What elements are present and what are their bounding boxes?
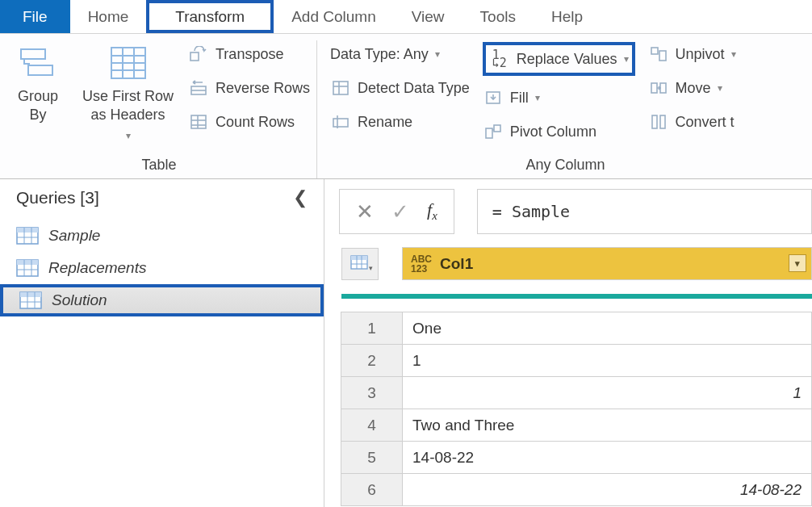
move-icon [648,78,669,98]
ribbon: Group By Use First Row as Headers Transp… [0,34,812,179]
table-row[interactable]: 4 Two and Three [341,409,812,442]
replace-values-icon: 1↳2 [489,49,510,69]
table-row[interactable]: 3 1 [341,377,812,409]
column-filter-icon[interactable]: ▾ [789,254,806,272]
table-row[interactable]: 6 14-08-22 [341,474,812,506]
unpivot-label: Unpivot [676,46,725,63]
table-row[interactable]: 2 1 [341,345,812,377]
table-corner-selector[interactable]: ▾ [341,248,379,280]
query-item-solution[interactable]: Solution [0,284,324,316]
svg-text:▾: ▾ [369,264,373,272]
formula-input[interactable]: = Sample [477,189,812,234]
tab-file[interactable]: File [0,0,70,33]
svg-rect-15 [333,82,348,94]
query-item-label: Replacements [48,259,146,277]
group-by-label: Group By [18,87,58,125]
tab-view[interactable]: View [394,0,463,33]
table-row[interactable]: 5 14-08-22 [341,442,812,474]
svg-rect-25 [651,83,657,93]
convert-icon [648,112,669,132]
rename-label: Rename [358,114,412,131]
move-label: Move [676,80,711,97]
unpivot-icon [648,44,669,64]
cancel-formula-icon[interactable]: ✕ [356,199,374,224]
cell[interactable]: Two and Three [403,409,812,442]
transpose-label: Transpose [216,46,283,63]
formula-bar: ✕ ✓ fx = Sample [339,189,812,234]
tab-add-column[interactable]: Add Column [274,0,394,33]
reverse-rows-icon [188,78,209,98]
abc123-icon: ABC123 [411,254,432,274]
rename-button[interactable]: Rename [330,110,470,134]
convert-button[interactable]: Convert t [648,110,736,134]
cell[interactable]: 14-08-22 [403,474,812,506]
cell[interactable]: 1 [403,345,812,377]
table-row[interactable]: 1 One [341,312,812,345]
queries-panel: Queries [3] ❮ Sample Replacements Soluti… [0,179,324,507]
svg-rect-0 [21,49,45,59]
svg-rect-27 [652,115,657,128]
replace-values-dropdown[interactable]: 1↳2 Replace Values [483,42,635,76]
tab-transform[interactable]: Transform [146,0,274,33]
ribbon-group-any-column: Data Type: Any Detect Data Type Rename [317,40,812,178]
svg-rect-21 [486,128,492,138]
ribbon-group-table-label: Table [8,153,310,178]
convert-label: Convert t [676,114,735,131]
cell[interactable]: 14-08-22 [403,442,812,474]
transpose-button[interactable]: Transpose [188,42,310,66]
tab-home[interactable]: Home [70,0,147,33]
svg-rect-11 [191,115,206,128]
svg-rect-40 [20,292,41,297]
svg-rect-28 [660,115,665,128]
tab-help[interactable]: Help [534,0,601,33]
svg-rect-8 [190,52,199,61]
ribbon-group-table: Group By Use First Row as Headers Transp… [0,40,317,178]
detect-data-type-button[interactable]: Detect Data Type [330,76,470,100]
tab-tools[interactable]: Tools [463,0,534,33]
table-icon [19,291,42,309]
row-number: 5 [341,442,403,474]
svg-rect-24 [659,51,666,61]
detect-data-type-label: Detect Data Type [358,80,470,97]
svg-rect-1 [28,65,52,75]
svg-rect-35 [17,260,38,265]
fill-label: Fill [510,90,529,107]
reverse-rows-label: Reverse Rows [216,80,310,97]
use-first-row-headers-button[interactable]: Use First Row as Headers [73,40,183,153]
row-number: 4 [341,409,403,442]
column-quality-bar [341,294,812,299]
svg-rect-45 [351,256,367,260]
count-rows-button[interactable]: Count Rows [188,110,310,134]
main: Queries [3] ❮ Sample Replacements Soluti… [0,179,812,507]
data-table: ▾ ABC123 Col1 ▾ 1 One 2 1 3 [341,247,812,506]
pivot-column-button[interactable]: Pivot Column [483,119,635,144]
table-headers-icon [109,44,148,82]
data-type-dropdown[interactable]: Data Type: Any [330,42,470,66]
row-number: 3 [341,377,403,409]
accept-formula-icon[interactable]: ✓ [391,199,409,224]
group-by-button[interactable]: Group By [8,40,68,153]
query-item-sample[interactable]: Sample [0,220,324,252]
content-area: ✕ ✓ fx = Sample ▾ ABC123 Col1 ▾ [324,179,812,507]
query-item-label: Solution [52,291,107,309]
query-item-replacements[interactable]: Replacements [0,252,324,284]
data-type-label: Data Type: Any [330,46,429,63]
detect-icon [330,78,351,98]
cell[interactable]: One [403,312,812,345]
fx-icon[interactable]: fx [427,199,437,223]
row-number: 1 [341,312,403,345]
table-icon [16,227,39,245]
svg-rect-18 [333,119,348,127]
fill-dropdown[interactable]: Fill [483,86,635,110]
cell[interactable]: 1 [403,377,812,409]
pivot-icon [483,122,504,141]
column-header-col1[interactable]: ABC123 Col1 ▾ [403,248,812,280]
reverse-rows-button[interactable]: Reverse Rows [188,76,310,100]
collapse-queries-icon[interactable]: ❮ [293,187,308,208]
move-dropdown[interactable]: Move [648,76,736,100]
queries-header: Queries [3] [16,188,99,207]
pivot-column-label: Pivot Column [510,124,596,140]
unpivot-dropdown[interactable]: Unpivot [648,42,736,66]
svg-rect-23 [651,48,658,54]
row-number: 2 [341,345,403,377]
